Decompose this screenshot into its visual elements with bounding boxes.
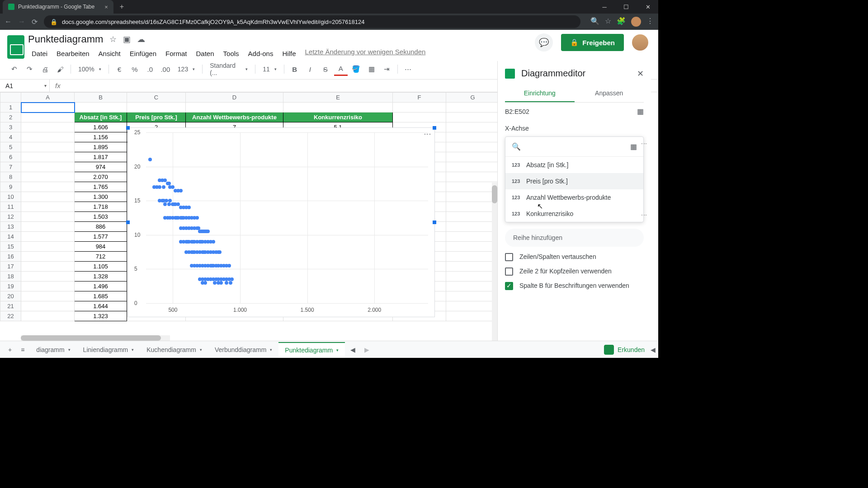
cell[interactable] <box>21 103 75 113</box>
row-header[interactable]: 21 <box>0 301 21 311</box>
use-colb-labels-checkbox[interactable] <box>505 282 513 290</box>
x-axis-field-dropdown[interactable]: ⋮ 🔍 ▦ 123Absatz [in Stk.]123Preis [pro S… <box>505 136 644 222</box>
field-search-input[interactable] <box>525 143 626 150</box>
row-header[interactable]: 5 <box>0 142 21 152</box>
name-box[interactable]: A1 ▾ <box>0 80 50 92</box>
more-icon[interactable]: ⋮ <box>641 141 648 147</box>
cell[interactable] <box>21 122 75 132</box>
cell[interactable]: 1.606 <box>75 122 127 132</box>
row-header[interactable]: 3 <box>0 122 21 132</box>
row-header[interactable]: 4 <box>0 132 21 142</box>
row-header[interactable]: 16 <box>0 252 21 262</box>
cell[interactable] <box>446 242 500 252</box>
undo-button[interactable]: ↶ <box>7 62 21 76</box>
field-option[interactable]: 123Anzahl Wettbewerbs-produkte <box>505 189 643 206</box>
cell[interactable]: Preis [pro Stk.] <box>127 113 186 122</box>
col-header[interactable]: A <box>21 93 75 103</box>
cell[interactable]: Absatz [in Stk.] <box>75 113 127 122</box>
cloud-status-icon[interactable]: ☁ <box>137 34 145 44</box>
forward-button[interactable]: → <box>18 18 25 26</box>
share-button[interactable]: 🔒 Freigeben <box>561 34 624 51</box>
sheets-logo[interactable] <box>7 35 24 59</box>
sheet-tab[interactable]: diagramm▾ <box>30 342 76 357</box>
borders-button[interactable]: ▦ <box>365 62 378 76</box>
menu-einfügen[interactable]: Einfügen <box>126 48 160 59</box>
address-bar[interactable]: 🔒 docs.google.com/spreadsheets/d/16sZAG8… <box>44 15 580 28</box>
field-option[interactable]: 123Preis [pro Stk.] <box>505 173 643 189</box>
cell[interactable] <box>446 172 500 182</box>
select-range-icon[interactable]: ▦ <box>637 107 644 116</box>
cell[interactable] <box>21 192 75 202</box>
row-header[interactable]: 2 <box>0 113 21 122</box>
row-header[interactable]: 13 <box>0 222 21 232</box>
italic-button[interactable]: I <box>303 62 317 76</box>
bold-button[interactable]: B <box>288 62 302 76</box>
use-row2-headers-checkbox[interactable] <box>505 267 513 276</box>
row-header[interactable]: 9 <box>0 182 21 192</box>
cell[interactable]: 1.577 <box>75 232 127 242</box>
redo-button[interactable]: ↷ <box>23 62 36 76</box>
cell[interactable] <box>21 301 75 311</box>
menu-hilfe[interactable]: Hilfe <box>278 48 299 59</box>
cell[interactable]: 1.765 <box>75 182 127 192</box>
more-icon[interactable]: ⋮ <box>641 212 648 218</box>
cell[interactable] <box>446 182 500 192</box>
horizontal-scrollbar[interactable] <box>21 335 170 341</box>
collapse-sidepanel-icon[interactable]: ◀ <box>648 343 658 356</box>
fill-color-button[interactable]: 🪣 <box>349 62 363 76</box>
cell[interactable]: 1.503 <box>75 212 127 222</box>
embedded-chart[interactable]: ⋮ 05101520255001.0001.5002.000 <box>127 127 435 317</box>
sheet-tab[interactable]: Verbunddiagramm▾ <box>208 342 278 357</box>
tab-customize[interactable]: Anpassen <box>575 85 644 102</box>
cell[interactable] <box>393 113 446 122</box>
maximize-button[interactable]: ☐ <box>616 0 637 14</box>
cell[interactable] <box>21 113 75 122</box>
cell[interactable] <box>21 232 75 242</box>
cell[interactable] <box>446 202 500 212</box>
cell[interactable] <box>446 301 500 311</box>
close-panel-button[interactable]: ✕ <box>637 69 644 79</box>
paint-format-button[interactable]: 🖌 <box>53 62 67 76</box>
menu-datei[interactable]: Datei <box>28 48 51 59</box>
scroll-tabs-right[interactable]: ▶ <box>361 346 373 353</box>
all-sheets-button[interactable]: ≡ <box>17 346 28 353</box>
cell[interactable]: Konkurrenzrisiko <box>283 113 393 122</box>
cell[interactable] <box>186 103 283 113</box>
row-header[interactable]: 1 <box>0 103 21 113</box>
menu-tools[interactable]: Tools <box>220 48 243 59</box>
cell[interactable] <box>21 172 75 182</box>
cell[interactable] <box>21 212 75 222</box>
star-icon[interactable]: ☆ <box>109 34 117 44</box>
print-button[interactable]: 🖨 <box>38 62 52 76</box>
cell[interactable]: 2.070 <box>75 172 127 182</box>
resize-handle[interactable] <box>433 221 436 224</box>
cell[interactable] <box>21 291 75 301</box>
increase-decimal-button[interactable]: .00 <box>159 62 172 76</box>
cell[interactable] <box>446 291 500 301</box>
cell[interactable] <box>446 222 500 232</box>
cell[interactable] <box>21 222 75 232</box>
field-option[interactable]: 123Konkurrenzrisiko <box>505 206 643 222</box>
cell[interactable] <box>21 202 75 212</box>
cell[interactable] <box>446 212 500 222</box>
cell[interactable]: 974 <box>75 162 127 172</box>
cell[interactable] <box>21 152 75 162</box>
cell[interactable]: Anzahl Wettbewerbs-produkte <box>186 113 283 122</box>
percent-button[interactable]: % <box>128 62 142 76</box>
menu-format[interactable]: Format <box>162 48 191 59</box>
grid-select-icon[interactable]: ▦ <box>630 142 637 151</box>
browser-menu-icon[interactable]: ⋮ <box>646 17 654 27</box>
row-header[interactable]: 15 <box>0 242 21 252</box>
minimize-button[interactable]: ─ <box>594 0 615 14</box>
cell[interactable] <box>446 103 500 113</box>
number-format-select[interactable]: 123 <box>174 66 198 73</box>
add-series-button[interactable]: Reihe hinzufügen <box>505 229 644 247</box>
more-tools-button[interactable]: ⋯ <box>401 62 415 76</box>
menu-ansicht[interactable]: Ansicht <box>95 48 124 59</box>
cell[interactable] <box>446 272 500 282</box>
add-sheet-button[interactable]: + <box>5 346 15 353</box>
cell[interactable] <box>446 311 500 321</box>
back-button[interactable]: ← <box>5 18 12 26</box>
swap-rows-cols-checkbox[interactable] <box>505 253 513 261</box>
cell[interactable] <box>446 162 500 172</box>
